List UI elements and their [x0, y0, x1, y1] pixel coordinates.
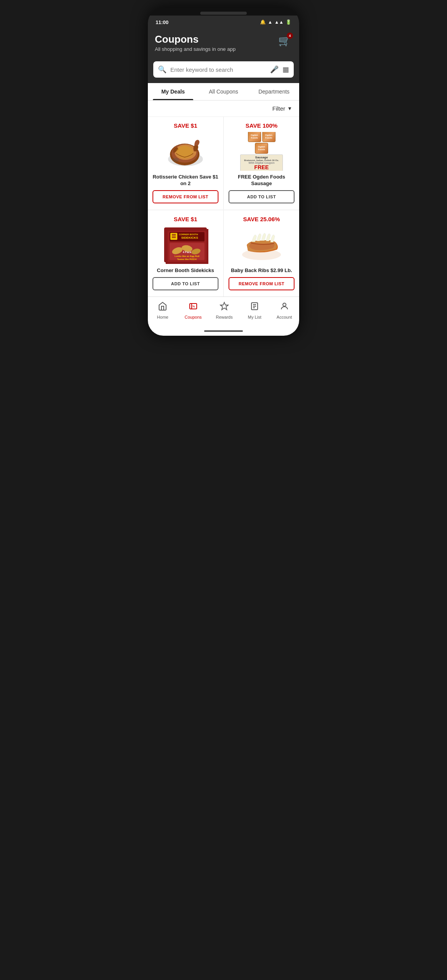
bottom-navigation: Home % Coupons Rewards — [148, 297, 299, 326]
sausage-pack-2: OgdenFoods — [262, 132, 275, 142]
svg-point-4 — [176, 146, 193, 158]
svg-text:Tastes like PIZZA!: Tastes like PIZZA! — [177, 258, 197, 260]
cart-badge: 4 — [287, 33, 293, 39]
status-icons: 🔔 ▲ ▲▲ 🔋 — [260, 19, 291, 25]
rewards-icon — [220, 302, 229, 313]
sausage-label: Sausage Bratwurst, Italian, Polish 16 Oz… — [240, 154, 283, 171]
remove-from-list-button-p1[interactable]: REMOVE FROM LIST — [152, 190, 218, 203]
app-title: Coupons — [155, 33, 236, 45]
product-card-sidekicks: SAVE $1 — [148, 210, 223, 297]
nav-account[interactable]: Account — [273, 300, 296, 321]
tab-departments[interactable]: Departments — [249, 83, 299, 100]
product-image-p1 — [162, 132, 209, 171]
save-label-p1: SAVE $1 — [174, 122, 198, 129]
save-label-p3: SAVE $1 — [174, 216, 198, 222]
search-icon: 🔍 — [158, 65, 166, 74]
filter-button[interactable]: Filter ▼ — [272, 105, 292, 112]
save-label-p4: SAVE 25.06% — [243, 216, 280, 222]
header-text: Coupons All shopping and savings in one … — [155, 33, 236, 52]
svg-text:SIDEKICKS: SIDEKICKS — [181, 236, 198, 239]
svg-text:Looks like an Egg Roll: Looks like an Egg Roll — [175, 255, 199, 257]
status-bar: 11:00 🔔 ▲ ▲▲ 🔋 — [148, 16, 299, 28]
sausage-pack-3: OgdenFoods — [255, 143, 268, 154]
save-label-p2: SAVE 100% — [246, 122, 277, 129]
wifi-icon: ▲ — [268, 19, 272, 25]
product-name-p2: FREE Ogden Foods Sausage — [229, 174, 295, 187]
chicken-svg — [162, 132, 209, 171]
filter-label: Filter — [272, 105, 285, 112]
search-input[interactable] — [170, 66, 266, 73]
sausage-row-1: OgdenFoods OgdenFoods — [248, 132, 275, 142]
sidekicks-box: CORNER BOOTH SIDEKICKS 4 Pack Looks like… — [164, 227, 207, 262]
sausage-pack-1: OgdenFoods — [248, 132, 261, 142]
nav-rewards[interactable]: Rewards — [212, 300, 236, 321]
nav-home-label: Home — [157, 315, 168, 319]
microphone-icon[interactable]: 🎤 — [270, 65, 279, 74]
product-image-p4 — [238, 225, 285, 264]
product-card-ribs: SAVE 25.06% — [224, 210, 299, 297]
svg-text:%: % — [192, 305, 195, 308]
product-name-p1: Rotisserie Chicken Save $1 on 2 — [152, 174, 218, 187]
ribs-svg — [238, 225, 285, 264]
account-icon — [280, 302, 289, 313]
search-input-wrapper: 🔍 🎤 ▦ — [153, 61, 294, 78]
svg-point-5 — [173, 158, 179, 162]
nav-my-list-label: My List — [248, 315, 262, 319]
tabs-container: My Deals All Coupons Departments — [148, 83, 299, 101]
nav-my-list[interactable]: My List — [243, 300, 266, 321]
nav-home[interactable]: Home — [151, 300, 174, 321]
products-grid: SAVE $1 Rotisserie Chicken Save $1 on 2 — [148, 117, 299, 297]
svg-point-30 — [283, 303, 286, 306]
cart-button[interactable]: 🛒 4 — [277, 33, 292, 49]
coupons-icon: % — [189, 302, 198, 313]
barcode-icon[interactable]: ▦ — [282, 65, 289, 74]
sausage-package: OgdenFoods OgdenFoods OgdenFoods Sausage… — [240, 132, 283, 171]
add-to-list-button-p2[interactable]: ADD TO LIST — [229, 190, 295, 203]
chevron-down-icon: ▼ — [287, 106, 292, 111]
nav-account-label: Account — [277, 315, 292, 319]
home-icon — [158, 302, 167, 313]
home-indicator — [204, 330, 243, 332]
search-bar-container: 🔍 🎤 ▦ — [148, 58, 299, 83]
tab-my-deals[interactable]: My Deals — [148, 83, 198, 100]
product-image-p2: OgdenFoods OgdenFoods OgdenFoods Sausage… — [238, 132, 285, 171]
product-image-p3: CORNER BOOTH SIDEKICKS 4 Pack Looks like… — [162, 225, 209, 264]
product-name-p3: Corner Booth Sidekicks — [157, 267, 214, 274]
remove-from-list-button-p4[interactable]: REMOVE FROM LIST — [229, 277, 295, 290]
nav-rewards-label: Rewards — [216, 315, 232, 319]
battery-icon: 🔋 — [286, 19, 291, 25]
nav-coupons[interactable]: % Coupons — [181, 300, 206, 321]
my-list-icon — [250, 302, 259, 313]
app-header: Coupons All shopping and savings in one … — [148, 28, 299, 58]
notification-icon: 🔔 — [260, 19, 266, 25]
signal-icon: ▲▲ — [274, 19, 284, 25]
product-card-rotisserie-chicken: SAVE $1 Rotisserie Chicken Save $1 on 2 — [148, 117, 223, 210]
app-subtitle: All shopping and savings in one app — [155, 46, 236, 52]
status-time: 11:00 — [156, 19, 168, 25]
notch — [200, 12, 247, 15]
sausage-row-2: OgdenFoods — [255, 143, 268, 154]
nav-coupons-label: Coupons — [185, 315, 202, 319]
svg-text:CORNER BOOTH: CORNER BOOTH — [179, 233, 198, 236]
add-to-list-button-p3[interactable]: ADD TO LIST — [152, 277, 218, 290]
product-card-sausage: SAVE 100% OgdenFoods OgdenFoods OgdenFoo… — [224, 117, 299, 210]
phone-frame: 11:00 🔔 ▲ ▲▲ 🔋 Coupons All shopping and … — [148, 8, 299, 336]
product-name-p4: Baby Back Ribs $2.99 Lb. — [231, 267, 292, 274]
filter-row: Filter ▼ — [148, 101, 299, 117]
sidekicks-svg: CORNER BOOTH SIDEKICKS 4 Pack Looks like… — [166, 229, 208, 264]
tab-all-coupons[interactable]: All Coupons — [198, 83, 249, 100]
